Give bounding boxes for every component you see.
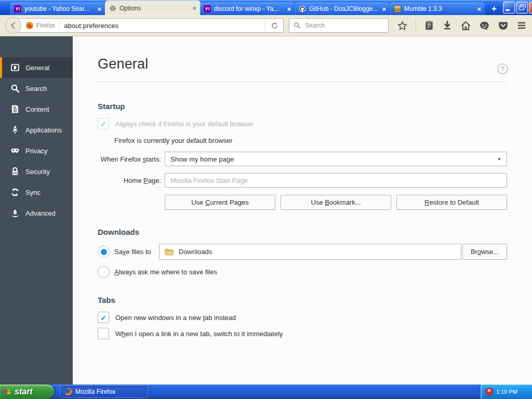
desktop: Y! youtube - Yahoo Sear... × Options × Y… bbox=[0, 0, 532, 399]
sidebar-item-search[interactable]: Search bbox=[0, 78, 73, 99]
back-button[interactable] bbox=[5, 17, 21, 34]
applications-rocket-icon bbox=[10, 125, 20, 135]
close-icon[interactable]: × bbox=[192, 5, 196, 11]
tab-strip: Y! youtube - Yahoo Sear... × Options × Y… bbox=[10, 0, 503, 15]
url-bar[interactable]: Firefox about:preferences bbox=[15, 18, 284, 33]
sidebar-item-security[interactable]: Security bbox=[0, 161, 73, 182]
menu-hamburger-icon[interactable] bbox=[516, 20, 527, 31]
sidebar-item-general[interactable]: General bbox=[0, 57, 73, 78]
downloads-icon[interactable] bbox=[442, 20, 453, 31]
taskbar-button-firefox[interactable]: Mozilla Firefox bbox=[60, 385, 148, 398]
check-icon: ✓ bbox=[100, 120, 107, 128]
mumble-icon bbox=[394, 5, 401, 12]
start-button[interactable]: start bbox=[0, 384, 54, 399]
url-text[interactable]: about:preferences bbox=[60, 22, 265, 30]
yahoo-icon: Y! bbox=[14, 5, 21, 12]
sidebar-item-privacy[interactable]: Privacy bbox=[0, 140, 73, 161]
help-button[interactable]: ? bbox=[497, 63, 508, 74]
always-check-checkbox[interactable]: ✓ bbox=[98, 118, 109, 129]
toolbar-separator bbox=[416, 20, 416, 31]
search-input[interactable] bbox=[304, 21, 368, 30]
reload-button[interactable] bbox=[265, 19, 283, 32]
gear-icon bbox=[109, 5, 116, 12]
download-folder-field[interactable]: Downloads bbox=[159, 244, 461, 260]
tab-title: Mumble 1.3.3 bbox=[404, 5, 474, 12]
security-lock-icon bbox=[10, 167, 20, 176]
search-icon bbox=[294, 22, 301, 29]
close-icon: ✕ bbox=[485, 388, 493, 393]
tab-options[interactable]: Options × bbox=[105, 1, 200, 15]
sidebar-item-label: Search bbox=[25, 85, 47, 92]
bookmark-star-icon[interactable] bbox=[397, 20, 408, 31]
start-label: start bbox=[15, 387, 33, 396]
preferences-pane: General ? Startup ✓ Always check if Fire… bbox=[73, 36, 532, 384]
sidebar-item-label: Advanced bbox=[25, 209, 56, 217]
radio-dot bbox=[101, 249, 107, 255]
pocket-icon[interactable] bbox=[498, 20, 509, 31]
windows-logo-icon bbox=[4, 388, 11, 395]
restore-default-button[interactable]: Restore to Default bbox=[396, 195, 507, 210]
close-icon[interactable]: × bbox=[477, 6, 481, 12]
save-files-label: Save files to bbox=[114, 248, 159, 256]
general-icon bbox=[10, 63, 20, 72]
use-bookmark-button[interactable]: Use Bookmark... bbox=[281, 195, 391, 210]
home-icon[interactable] bbox=[460, 20, 471, 31]
firefox-icon bbox=[25, 21, 34, 30]
minimize-button[interactable] bbox=[503, 2, 515, 14]
close-icon[interactable]: × bbox=[287, 6, 291, 12]
home-page-row: Home Page: bbox=[98, 173, 507, 188]
toolbar-icons bbox=[397, 20, 527, 31]
sidebar-item-content[interactable]: Content bbox=[0, 99, 73, 119]
sidebar-item-applications[interactable]: Applications bbox=[0, 119, 73, 140]
site-identity[interactable]: Firefox bbox=[25, 21, 60, 30]
home-page-label: Home Page: bbox=[98, 177, 161, 184]
search-box[interactable] bbox=[289, 18, 389, 33]
startup-heading: Startup bbox=[98, 102, 507, 111]
save-files-radio[interactable] bbox=[98, 246, 110, 258]
sync-icon bbox=[10, 188, 20, 197]
tabs-heading: Tabs bbox=[98, 296, 507, 304]
page-title: General bbox=[98, 56, 507, 72]
close-icon[interactable]: × bbox=[382, 6, 386, 12]
restore-icon bbox=[519, 6, 524, 10]
preferences-sidebar: General Search Content Applications Priv… bbox=[0, 36, 73, 384]
tab-title: youtube - Yahoo Sear... bbox=[24, 5, 94, 12]
bookmarks-menu-icon[interactable] bbox=[424, 20, 434, 31]
sidebar-item-label: Sync bbox=[25, 189, 41, 196]
close-window-button[interactable]: × bbox=[529, 2, 532, 14]
when-starts-select[interactable]: Show my home page ▼ bbox=[165, 152, 507, 166]
save-files-row: Save files to Downloads Browse... bbox=[98, 244, 507, 260]
always-ask-radio[interactable] bbox=[98, 266, 110, 278]
title-divider bbox=[98, 82, 507, 82]
always-check-row: ✓ Always check if Firefox is your defaul… bbox=[98, 118, 507, 129]
sidebar-item-sync[interactable]: Sync bbox=[0, 182, 73, 203]
feedback-smiley-icon[interactable] bbox=[479, 20, 490, 31]
switch-immediately-checkbox[interactable] bbox=[98, 328, 109, 339]
open-windows-row: ✓ Open new windows in a new tab instead bbox=[98, 312, 507, 323]
home-page-buttons: Use Current Pages Use Bookmark... Restor… bbox=[165, 195, 507, 210]
sidebar-item-label: Applications bbox=[25, 126, 62, 134]
tab-github[interactable]: GitHub - DoaJCBlogge... × bbox=[295, 3, 390, 15]
tab-title: discord for winxp - Ya... bbox=[214, 5, 284, 12]
browse-button[interactable]: Browse... bbox=[462, 244, 507, 260]
select-value: Show my home page bbox=[170, 155, 234, 163]
yahoo-icon: Y! bbox=[204, 5, 211, 12]
close-icon[interactable]: × bbox=[97, 6, 101, 12]
chevron-down-icon: ▼ bbox=[497, 157, 501, 162]
tab-discord[interactable]: Y! discord for winxp - Ya... × bbox=[200, 3, 295, 15]
always-ask-label: Always ask me where to save files bbox=[114, 268, 217, 276]
open-windows-checkbox[interactable]: ✓ bbox=[98, 312, 109, 323]
restore-button[interactable] bbox=[516, 2, 528, 14]
new-tab-button[interactable]: + bbox=[485, 4, 503, 15]
sidebar-item-advanced[interactable]: Advanced bbox=[0, 203, 73, 223]
tab-mumble[interactable]: Mumble 1.3.3 × bbox=[390, 3, 485, 15]
security-alert-icon[interactable]: ✕ bbox=[485, 388, 493, 396]
default-browser-status: Firefox is currently your default browse… bbox=[114, 137, 507, 144]
use-current-pages-button[interactable]: Use Current Pages bbox=[165, 195, 275, 210]
switch-immediately-row: When I open a link in a new tab, switch … bbox=[98, 328, 507, 339]
always-check-label: Always check if Firefox is your default … bbox=[115, 120, 254, 128]
sidebar-item-label: Security bbox=[25, 168, 50, 176]
window-titlebar: Y! youtube - Yahoo Sear... × Options × Y… bbox=[0, 0, 532, 15]
tab-youtube[interactable]: Y! youtube - Yahoo Sear... × bbox=[10, 3, 105, 15]
home-page-input[interactable] bbox=[165, 173, 507, 188]
